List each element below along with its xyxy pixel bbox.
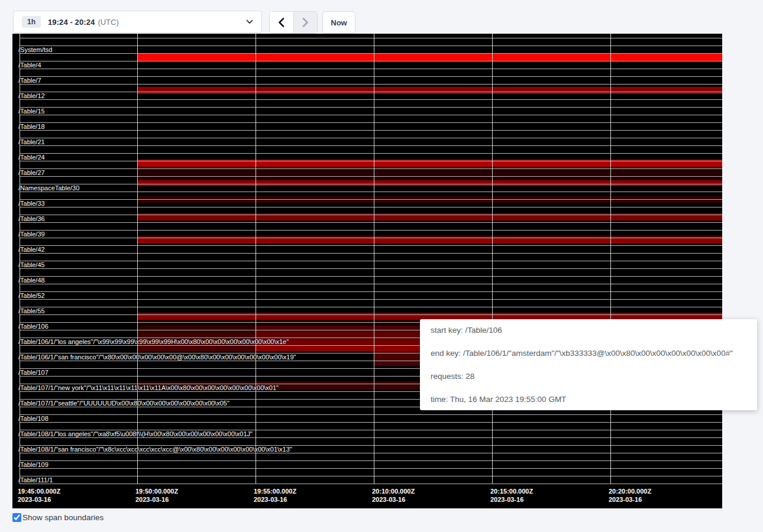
row-label: /Table/15 [18, 108, 45, 115]
row-label: /Table/39 [18, 231, 45, 238]
span-boundary-line [20, 122, 722, 123]
time-range-selector[interactable]: 1h 19:24 - 20:24 (UTC) [13, 11, 262, 33]
chevron-right-icon [302, 18, 309, 27]
row-label: /Table/106/1/"los angeles"/"\x99\x99\x99… [18, 338, 289, 346]
show-span-boundaries-checkbox[interactable] [12, 513, 21, 522]
row-label: /Table/36 [18, 215, 45, 223]
time-range-timezone: (UTC) [98, 18, 118, 27]
span-boundary-line [20, 307, 722, 307]
span-boundary-line [20, 99, 722, 100]
span-boundary-line [20, 268, 722, 269]
tooltip-time: time: Thu, 16 Mar 2023 19:55:00 GMT [431, 395, 746, 404]
row-label: /Table/4 [18, 61, 41, 69]
row-label: /Table/108/1/"san francisco"/"\x8c\xcc\x… [18, 446, 292, 453]
row-label: /Table/109 [18, 461, 49, 469]
heat-band [137, 53, 722, 61]
span-boundary-line [20, 468, 722, 469]
span-boundary-line [20, 422, 722, 423]
time-bucket-line [374, 34, 374, 484]
time-bucket-line [610, 34, 611, 484]
chevron-down-icon [246, 20, 253, 24]
heat-band [137, 167, 722, 180]
time-range-duration-badge: 1h [22, 16, 41, 28]
heat-band [137, 196, 722, 203]
row-label: /Table/107/1/"seattle"/"UUUUUUD\x00\x80\… [18, 400, 229, 407]
row-label: /Table/21 [18, 138, 45, 146]
span-boundary-line [20, 245, 722, 246]
span-boundary-line [20, 476, 722, 476]
span-boundary-line [20, 414, 722, 415]
x-axis-label: 19:45:00.000Z2023-03-16 [18, 487, 60, 504]
row-label: /Table/107/1/"new york"/"\x11\x11\x11\x1… [18, 384, 279, 392]
heat-band [137, 160, 722, 167]
tooltip-start-key: start key: /Table/106 [431, 326, 746, 335]
heat-band [137, 87, 722, 94]
row-label: /Table/7 [18, 77, 41, 85]
row-label: /Table/107 [18, 369, 49, 377]
time-bucket-line [256, 34, 256, 484]
span-boundary-line [20, 261, 722, 261]
row-label: /Table/55 [18, 307, 45, 315]
heat-band [137, 326, 256, 332]
span-boundary-line [20, 38, 722, 38]
row-label: /Table/108 [18, 415, 49, 423]
row-label: /Table/24 [18, 154, 45, 161]
now-button-label: Now [331, 18, 347, 27]
span-boundary-line [20, 276, 722, 277]
span-boundary-line [20, 230, 722, 231]
span-boundary-line [20, 460, 722, 461]
span-boundary-line [20, 153, 722, 154]
prev-window-button[interactable] [270, 12, 294, 33]
span-boundary-line [20, 69, 722, 69]
row-label: /Table/27 [18, 169, 45, 177]
x-axis-label: 19:55:00.000Z2023-03-16 [254, 487, 296, 504]
tooltip-end-key: end key: /Table/106/1/"amsterdam"/"\xb33… [431, 349, 746, 358]
key-visualizer-canvas[interactable]: /System/tsd/Table/4/Table/7/Table/12/Tab… [12, 34, 722, 508]
time-window-nav [269, 11, 318, 34]
span-boundary-line [20, 138, 722, 138]
span-boundary-line [20, 46, 722, 46]
row-label: /Table/52 [18, 292, 45, 300]
span-boundary-line [20, 145, 722, 146]
span-boundary-line [20, 107, 722, 108]
span-boundary-line [20, 291, 722, 292]
time-bucket-line [137, 34, 138, 484]
now-button[interactable]: Now [322, 11, 355, 34]
row-label: /Table/33 [18, 200, 45, 207]
span-boundary-line [20, 484, 722, 484]
chevron-left-icon [278, 18, 284, 27]
row-label: /Table/48 [18, 277, 45, 284]
row-label: /Table/45 [18, 261, 45, 269]
span-boundary-line [20, 299, 722, 300]
row-label: /Table/106 [18, 323, 49, 330]
bucket-tooltip: start key: /Table/106 end key: /Table/10… [420, 319, 757, 410]
time-bucket-line [492, 34, 493, 484]
span-boundary-line [20, 222, 722, 223]
span-boundary-line [20, 130, 722, 131]
span-boundary-line [20, 76, 722, 77]
row-label: /NamespaceTable/30 [18, 184, 79, 192]
time-range-label: 19:24 - 20:24 [48, 18, 95, 27]
x-axis-label: 20:10:00.000Z2023-03-16 [372, 487, 415, 504]
row-label: /System/tsd [18, 46, 52, 54]
span-boundary-line [20, 284, 722, 284]
span-boundary-line [20, 192, 722, 192]
x-axis-label: 20:15:00.000Z2023-03-16 [490, 487, 533, 504]
x-axis-label: 20:20:00.000Z2023-03-16 [609, 487, 651, 504]
show-span-boundaries-label: Show span boundaries [22, 513, 104, 522]
row-label: /Table/42 [18, 246, 45, 254]
row-label: /Table/18 [18, 123, 45, 131]
span-boundary-line [20, 253, 722, 254]
show-span-boundaries-control: Show span boundaries [12, 512, 104, 523]
span-boundary-line [20, 115, 722, 115]
span-boundary-line [20, 84, 722, 85]
heat-band [137, 345, 256, 351]
row-label: /Table/108/1/"los angeles"/"\xa8\xf5\u00… [18, 430, 253, 438]
heat-band [137, 213, 722, 220]
row-label: /Table/111/1 [18, 476, 53, 484]
heat-band [137, 180, 722, 186]
next-window-button[interactable] [294, 12, 318, 33]
span-boundary-line [20, 207, 722, 207]
x-axis-label: 19:50:00.000Z2023-03-16 [135, 487, 178, 504]
row-label: /Table/12 [18, 92, 45, 100]
